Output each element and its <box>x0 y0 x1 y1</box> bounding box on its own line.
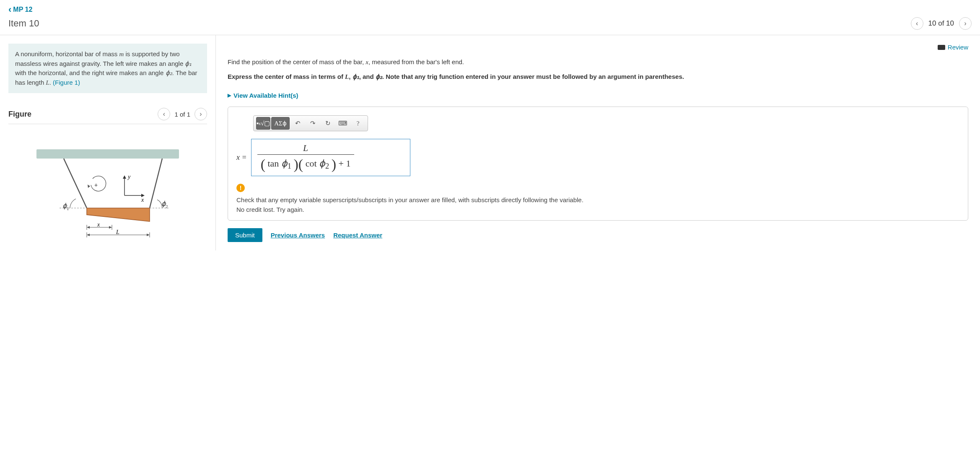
svg-line-2 <box>150 159 162 208</box>
answer-label: x = <box>236 153 247 162</box>
item-nav: ‹ 10 of 10 › <box>911 17 972 30</box>
problem-text: A nonuniform, horizontal bar of mass <box>15 50 119 57</box>
cot-text: cot <box>306 158 317 169</box>
item-bar: Item 10 ‹ 10 of 10 › <box>0 17 980 35</box>
phi-var: ϕ <box>281 158 288 169</box>
feedback: ! Check that any empty variable superscr… <box>236 184 959 214</box>
back-link[interactable]: MP 12 <box>8 4 32 15</box>
undo-button[interactable]: ↶ <box>290 117 305 130</box>
prompt-text: , <box>349 73 352 80</box>
svg-rect-0 <box>36 149 179 159</box>
svg-text:+: + <box>94 182 98 188</box>
problem-text: with the horizontal, and the right wire … <box>15 69 166 76</box>
flag-icon <box>938 45 945 50</box>
figure-link[interactable]: (Figure 1) <box>53 79 80 86</box>
actions-row: Submit Previous Answers Request Answer <box>228 228 968 242</box>
next-figure-button[interactable]: › <box>194 108 207 120</box>
L-symbol: L <box>345 73 349 80</box>
submit-button[interactable]: Submit <box>228 228 262 242</box>
phi2-symbol: ϕ₂ <box>376 73 382 80</box>
review-label: Review <box>948 44 968 51</box>
template-button[interactable]: ▪x√▢ <box>256 117 270 130</box>
figure-image: ϕ 1 ϕ 2 y x + <box>8 141 207 242</box>
svg-text:x: x <box>97 221 100 228</box>
phi2-symbol: ϕ₂ <box>166 70 172 76</box>
phi1-symbol: ϕ₁ <box>353 73 359 80</box>
prompt-text: Find the position of the center of mass … <box>228 58 366 65</box>
equation-toolbar: ▪x√▢ ΑΣϕ ↶ ↷ ↻ ⌨ ? <box>253 115 368 131</box>
left-column: A nonuniform, horizontal bar of mass m i… <box>0 35 216 250</box>
svg-text:y: y <box>127 174 131 180</box>
request-answer-link[interactable]: Request Answer <box>333 232 382 239</box>
prompt-text: . Note that any trig function entered in… <box>382 73 684 80</box>
next-item-button[interactable]: › <box>959 17 972 30</box>
redo-button[interactable]: ↷ <box>306 117 320 130</box>
problem-statement: A nonuniform, horizontal bar of mass m i… <box>8 44 207 93</box>
svg-marker-22 <box>109 226 112 229</box>
answer-input[interactable]: L ( tan ϕ1 )( cot ϕ2 ) + 1 <box>251 139 410 176</box>
help-button[interactable]: ? <box>351 117 365 130</box>
mass-symbol: m <box>119 51 124 57</box>
item-position: 10 of 10 <box>928 19 954 28</box>
svg-marker-11 <box>123 175 126 179</box>
item-title: Item 10 <box>8 18 39 29</box>
phi-sub: 1 <box>288 162 291 170</box>
alert-icon: ! <box>236 184 245 192</box>
svg-marker-3 <box>87 208 150 221</box>
hints-toggle[interactable]: View Available Hint(s) <box>228 92 298 99</box>
problem-text: . <box>49 79 53 86</box>
keyboard-button[interactable]: ⌨ <box>336 117 350 130</box>
prompt-text: Express the center of mass in terms of <box>228 73 345 80</box>
figure-position: 1 of 1 <box>174 111 190 118</box>
figure-nav: ‹ 1 of 1 › <box>158 108 207 120</box>
svg-marker-16 <box>88 185 90 188</box>
tail-text: + 1 <box>336 158 350 169</box>
svg-marker-21 <box>87 226 90 229</box>
phi1-symbol: ϕ₁ <box>185 60 192 67</box>
prompt-line-2: Express the center of mass in terms of L… <box>228 72 968 82</box>
answer-box: ▪x√▢ ΑΣϕ ↶ ↷ ↻ ⌨ ? x = L ( tan ϕ1 <box>228 107 968 221</box>
prev-item-button[interactable]: ‹ <box>911 17 923 30</box>
review-link[interactable]: Review <box>938 44 968 51</box>
denominator: ( tan ϕ1 )( cot ϕ2 ) + 1 <box>257 154 354 172</box>
svg-text:1: 1 <box>67 206 69 211</box>
prompt-text: , measured from the bar's left end. <box>368 58 464 65</box>
svg-marker-28 <box>147 234 150 236</box>
numerator: L <box>257 143 354 154</box>
figure-title: Figure <box>8 110 31 119</box>
prompt-line-1: Find the position of the center of mass … <box>228 57 968 67</box>
phi-var: ϕ <box>319 158 325 169</box>
svg-text:2: 2 <box>166 204 168 209</box>
svg-marker-27 <box>87 234 90 236</box>
previous-answers-link[interactable]: Previous Answers <box>271 232 325 239</box>
reset-button[interactable]: ↻ <box>321 117 335 130</box>
svg-text:x: x <box>141 197 144 203</box>
feedback-line-2: No credit lost. Try again. <box>236 205 959 215</box>
svg-text:L: L <box>116 229 119 235</box>
prev-figure-button[interactable]: ‹ <box>158 108 170 120</box>
phi-sub: 2 <box>325 162 329 170</box>
prompt-text: , and <box>359 73 376 80</box>
greek-button[interactable]: ΑΣϕ <box>271 117 290 130</box>
tan-text: tan <box>267 158 279 169</box>
L-symbol: L <box>46 79 49 86</box>
right-column: Review Find the position of the center o… <box>216 35 980 250</box>
svg-line-1 <box>64 159 87 208</box>
feedback-line-1: Check that any empty variable superscrip… <box>236 195 959 205</box>
